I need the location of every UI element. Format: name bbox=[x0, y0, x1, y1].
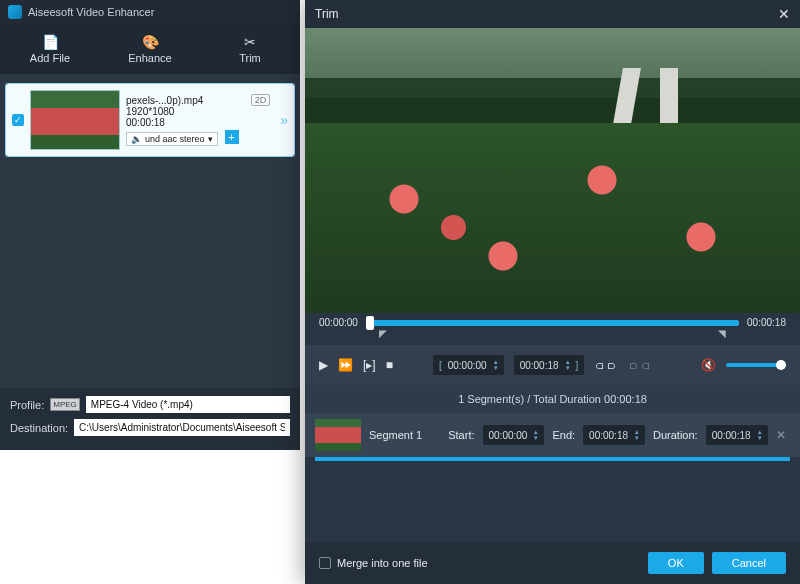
split-button[interactable]: ⫏⫐ bbox=[594, 358, 618, 372]
segment-duration-input[interactable]: 00:00:18▴▾ bbox=[706, 425, 768, 445]
segments-header: 1 Segment(s) / Total Duration 00:00:18 bbox=[305, 385, 800, 413]
cancel-button[interactable]: Cancel bbox=[712, 552, 786, 574]
destination-input[interactable] bbox=[74, 419, 290, 436]
trim-dialog: Trim ✕ 00:00:00 00:00:18 ◤ ◥ ▶ ⏩ [▸] ■ 0… bbox=[305, 0, 800, 584]
trim-button[interactable]: ✂ Trim bbox=[200, 24, 300, 74]
segment-name: Segment 1 bbox=[369, 429, 422, 441]
play-button[interactable]: ▶ bbox=[319, 358, 328, 372]
speaker-icon: 🔈 bbox=[131, 134, 142, 144]
segment-thumbnail bbox=[315, 419, 361, 451]
timeline-track[interactable] bbox=[366, 320, 739, 326]
segment-row[interactable]: Segment 1 Start: 00:00:00▴▾ End: 00:00:1… bbox=[305, 413, 800, 457]
trim-in-marker-icon[interactable]: ◤ bbox=[379, 328, 387, 339]
file-item[interactable]: ✓ pexels-...0p).mp4 2D 1920*1080 00:00:1… bbox=[6, 84, 294, 156]
segment-start-input[interactable]: 00:00:00▴▾ bbox=[483, 425, 545, 445]
scissors-icon: ✂ bbox=[244, 34, 256, 50]
duration-label: Duration: bbox=[653, 429, 698, 441]
app-title: Aiseesoft Video Enhancer bbox=[28, 6, 154, 18]
segment-track bbox=[315, 457, 790, 461]
fast-forward-button[interactable]: ⏩ bbox=[338, 358, 353, 372]
ok-button[interactable]: OK bbox=[648, 552, 704, 574]
mpeg-icon: MPEG bbox=[50, 398, 80, 411]
file-name: pexels-...0p).mp4 bbox=[126, 95, 203, 106]
palette-icon: 🎨 bbox=[142, 34, 159, 50]
start-label: Start: bbox=[448, 429, 474, 441]
file-thumbnail bbox=[30, 90, 120, 150]
delete-segment-button[interactable]: ✕ bbox=[776, 428, 786, 442]
stop-button[interactable]: ■ bbox=[386, 358, 393, 372]
segment-end-input[interactable]: 00:00:18▴▾ bbox=[583, 425, 645, 445]
add-file-icon: 📄 bbox=[42, 34, 59, 50]
volume-knob[interactable] bbox=[776, 360, 786, 370]
trim-out-marker-icon[interactable]: ◥ bbox=[718, 328, 726, 339]
volume-slider[interactable] bbox=[726, 363, 786, 367]
convert-arrow-icon: » bbox=[280, 112, 288, 128]
file-resolution: 1920*1080 bbox=[126, 106, 270, 117]
clip-end-input[interactable]: 00:00:18▴▾ bbox=[514, 355, 585, 375]
badge-2d: 2D bbox=[251, 94, 271, 106]
next-frame-button[interactable]: [▸] bbox=[363, 358, 376, 372]
profile-label: Profile: bbox=[10, 399, 44, 411]
destination-label: Destination: bbox=[10, 422, 68, 434]
dialog-title: Trim bbox=[315, 7, 339, 21]
file-duration: 00:00:18 bbox=[126, 117, 270, 128]
file-checkbox[interactable]: ✓ bbox=[12, 114, 24, 126]
volume-icon[interactable]: 🔇 bbox=[701, 358, 716, 372]
add-file-button[interactable]: 📄 Add File bbox=[0, 24, 100, 74]
end-label: End: bbox=[552, 429, 575, 441]
add-track-button[interactable]: + bbox=[225, 130, 239, 144]
merge-checkbox[interactable]: Merge into one file bbox=[319, 557, 428, 569]
video-preview bbox=[305, 28, 800, 313]
profile-input[interactable] bbox=[86, 396, 290, 413]
app-logo-icon bbox=[8, 5, 22, 19]
checkbox-box-icon bbox=[319, 557, 331, 569]
audio-track-dropdown[interactable]: 🔈 und aac stereo ▾ bbox=[126, 132, 218, 146]
timeline-end: 00:00:18 bbox=[747, 317, 786, 328]
main-title-bar: Aiseesoft Video Enhancer bbox=[0, 0, 300, 24]
clip-start-input[interactable]: 00:00:00▴▾ bbox=[433, 355, 504, 375]
timeline-start: 00:00:00 bbox=[319, 317, 358, 328]
join-button: ⫐⫏ bbox=[628, 358, 652, 372]
main-toolbar: 📄 Add File 🎨 Enhance ✂ Trim bbox=[0, 24, 300, 74]
timeline-cursor[interactable] bbox=[366, 316, 374, 330]
enhance-button[interactable]: 🎨 Enhance bbox=[100, 24, 200, 74]
chevron-down-icon: ▾ bbox=[208, 134, 213, 144]
close-icon[interactable]: ✕ bbox=[778, 6, 790, 22]
